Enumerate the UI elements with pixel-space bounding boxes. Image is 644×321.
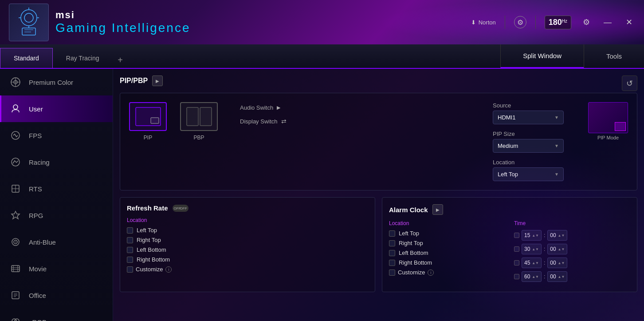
pip-size-group: PIP Size Medium ▼	[493, 131, 564, 153]
tab-standard[interactable]: Standard	[0, 48, 53, 68]
svg-rect-34	[187, 107, 198, 126]
fps-icon	[10, 130, 21, 141]
refresh-left-top-row: Left Top	[127, 227, 368, 234]
alarm-left-bottom-checkbox[interactable]	[389, 250, 395, 256]
alarm-time-cb-1[interactable]	[514, 246, 519, 252]
sidebar-label-user: User	[29, 105, 43, 113]
alarm-right-top-row: Right Top	[389, 240, 505, 246]
sidebar-label-rpg: RPG	[29, 212, 43, 219]
pip-icon-box[interactable]	[129, 102, 167, 131]
alarm-clock-play-button[interactable]: ▶	[432, 204, 443, 215]
premium-color-icon	[10, 77, 21, 87]
refresh-left-top-checkbox[interactable]	[127, 227, 133, 234]
tab-split-window[interactable]: Split Window	[500, 44, 584, 68]
alarm-left-bottom-label: Left Bottom	[399, 250, 428, 256]
audio-switch-label: Audio Switch	[240, 104, 273, 111]
alarm-minute-spin-icon-1: ▲▼	[558, 247, 565, 251]
alarm-minute-input-1[interactable]: 00 ▲▼	[547, 244, 567, 254]
alarm-minute-input-0[interactable]: 00 ▲▼	[547, 230, 567, 241]
pip-mode-preview	[588, 102, 628, 133]
alarm-time-cb-0[interactable]	[514, 233, 519, 238]
anti-blue-icon	[10, 237, 21, 247]
source-controls: Source HDMI1 ▼ PIP Size Medium ▼ Locatio…	[493, 102, 564, 181]
source-select[interactable]: HDMI1 ▼	[493, 111, 564, 124]
hz-badge: 180Hz	[545, 16, 571, 29]
sidebar-item-rpg[interactable]: RPG	[0, 202, 113, 229]
pbp-icon-box[interactable]	[180, 102, 218, 131]
alarm-hour-spin-icon-3: ▲▼	[532, 275, 539, 279]
refresh-right-bottom-checkbox[interactable]	[127, 257, 133, 263]
alarm-customize-info-icon[interactable]: i	[428, 269, 434, 276]
alarm-time-cb-2[interactable]	[514, 260, 519, 266]
pip-pbp-play-button[interactable]: ▶	[152, 75, 163, 86]
hz-value: 180	[549, 18, 562, 27]
svg-point-19	[15, 242, 16, 242]
rts-icon	[10, 183, 21, 194]
sidebar-item-rts[interactable]: RTS	[0, 175, 113, 202]
alarm-right-top-checkbox[interactable]	[389, 240, 395, 246]
office-icon	[10, 290, 21, 301]
refresh-right-bottom-label: Right Bottom	[137, 256, 170, 263]
sidebar-item-fps[interactable]: FPS	[0, 122, 113, 149]
norton-download-icon: ⬇	[471, 19, 476, 26]
time-separator-3: :	[544, 273, 545, 280]
sidebar-item-premium-color[interactable]: Premium Color	[0, 69, 113, 95]
alarm-right-bottom-label: Right Bottom	[399, 259, 432, 266]
tab-add-button[interactable]: +	[113, 52, 128, 68]
refresh-customize-label: Customize	[136, 266, 163, 273]
svg-point-0	[21, 10, 37, 26]
brand-text: msi Gaming Intelligence	[55, 9, 190, 35]
sidebar-item-movie[interactable]: Movie	[0, 255, 113, 282]
toggle-off-label: OFF	[180, 206, 187, 210]
refresh-left-bottom-checkbox[interactable]	[127, 247, 133, 253]
audio-switch-arrow-icon[interactable]: ▶	[277, 105, 280, 111]
refresh-customize-checkbox[interactable]	[127, 266, 133, 273]
alarm-minute-spin-icon-2: ▲▼	[558, 261, 565, 265]
sidebar-item-office[interactable]: Office	[0, 282, 113, 309]
alarm-hour-input-0[interactable]: 15 ▲▼	[522, 230, 542, 241]
minimize-button[interactable]: —	[601, 16, 614, 28]
refresh-customize-info-icon[interactable]: i	[165, 266, 172, 273]
refresh-rate-header: Refresh Rate OFF	[127, 204, 368, 212]
gear-settings-icon[interactable]: ⚙	[580, 16, 593, 28]
alarm-right-bottom-checkbox[interactable]	[389, 260, 395, 266]
refresh-right-top-checkbox[interactable]	[127, 237, 133, 243]
refresh-right-top-label: Right Top	[137, 237, 161, 243]
tab-tools[interactable]: Tools	[584, 44, 644, 68]
sidebar-label-movie: Movie	[29, 265, 47, 273]
pip-pbp-header: PIP/PBP ▶	[120, 75, 637, 86]
pip-size-select[interactable]: Medium ▼	[493, 139, 564, 153]
refresh-rate-toggle[interactable]: OFF	[173, 205, 188, 212]
sidebar-item-srgb[interactable]: sRGB	[0, 309, 113, 321]
display-switch-arrow-icon[interactable]: ⇄	[281, 118, 287, 125]
alarm-customize-checkbox[interactable]	[389, 269, 395, 276]
sidebar-item-anti-blue[interactable]: Anti-Blue	[0, 229, 113, 255]
divider2	[535, 16, 536, 29]
svg-point-11	[13, 105, 18, 109]
pip-pbp-area: PIP PBP Audio Switch ▶ Dis	[120, 93, 637, 190]
refresh-button[interactable]: ↺	[622, 75, 637, 91]
settings-circle-icon[interactable]: ⚙	[514, 16, 526, 28]
location-select[interactable]: Left Top ▼	[493, 167, 564, 181]
alarm-minute-input-3[interactable]: 00 ▲▼	[547, 271, 567, 282]
tab-ray-tracing[interactable]: Ray Tracing	[53, 48, 113, 68]
norton-button[interactable]: ⬇ Norton	[471, 19, 496, 26]
alarm-hour-input-2[interactable]: 45 ▲▼	[522, 258, 542, 268]
alarm-clock-header: Alarm Clock ▶	[389, 204, 630, 215]
alarm-hour-input-1[interactable]: 30 ▲▼	[522, 244, 542, 254]
pip-option: PIP	[129, 102, 167, 181]
alarm-minute-spin-icon-0: ▲▼	[558, 234, 565, 238]
alarm-location-label: Location	[389, 220, 505, 226]
alarm-minute-input-2[interactable]: 00 ▲▼	[547, 258, 567, 268]
alarm-time-cb-3[interactable]	[514, 274, 519, 279]
alarm-time-row-1: 30 ▲▼ : 00 ▲▼	[514, 244, 630, 254]
sidebar-item-user[interactable]: User	[0, 95, 113, 122]
refresh-rate-section: Refresh Rate OFF Location Left Top Right…	[120, 197, 375, 292]
alarm-left-top-checkbox[interactable]	[389, 230, 395, 237]
sidebar-item-racing[interactable]: Racing	[0, 149, 113, 175]
alarm-hour-input-3[interactable]: 60 ▲▼	[522, 271, 542, 282]
tab-right-group: Split Window Tools	[500, 44, 644, 68]
close-button[interactable]: ✕	[623, 16, 635, 28]
svg-rect-35	[200, 107, 212, 126]
norton-label: Norton	[479, 19, 496, 26]
